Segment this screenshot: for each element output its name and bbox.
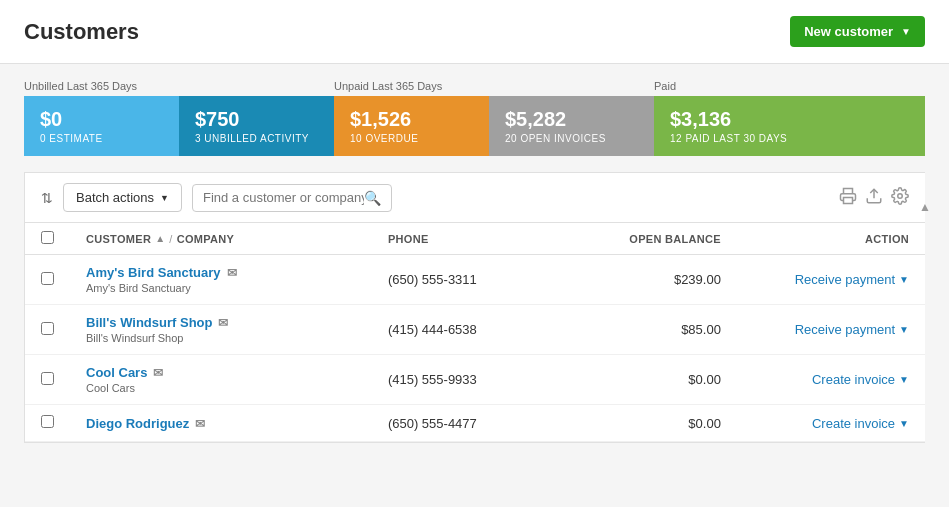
phone-cell: (415) 555-9933 <box>372 355 582 405</box>
balance-cell: $239.00 <box>582 255 737 305</box>
stat-amount-overdue: $1,526 <box>350 108 473 131</box>
search-icon: 🔍 <box>364 190 381 206</box>
row-checkbox-cell[interactable] <box>25 305 70 355</box>
action-chevron-icon: ▼ <box>899 374 909 385</box>
customer-name-cell: Diego Rodriguez✉ <box>70 405 372 442</box>
action-chevron-icon: ▼ <box>899 324 909 335</box>
stat-amount-open-invoices: $5,282 <box>505 108 638 131</box>
stat-amount-estimate: $0 <box>40 108 163 131</box>
row-checkbox[interactable] <box>41 322 54 335</box>
stat-bar-estimate[interactable]: $0 0 ESTIMATE <box>24 96 179 156</box>
stat-label-estimate: 0 ESTIMATE <box>40 133 163 144</box>
phone-cell: (415) 444-6538 <box>372 305 582 355</box>
new-customer-button[interactable]: New customer ▼ <box>790 16 925 47</box>
action-button[interactable]: Receive payment ▼ <box>795 322 909 337</box>
action-cell: Receive payment ▼ <box>737 255 925 305</box>
phone-cell: (650) 555-3311 <box>372 255 582 305</box>
customer-column-header[interactable]: CUSTOMER ▲ / COMPANY <box>70 223 372 255</box>
balance-column-header: OPEN BALANCE <box>582 223 737 255</box>
customer-name-link[interactable]: Bill's Windsurf Shop✉ <box>86 315 356 330</box>
search-box[interactable]: 🔍 <box>192 184 392 212</box>
table-row: Amy's Bird Sanctuary✉Amy's Bird Sanctuar… <box>25 255 925 305</box>
unpaid-label: Unpaid Last 365 Days <box>334 80 654 92</box>
customer-name-cell: Bill's Windsurf Shop✉Bill's Windsurf Sho… <box>70 305 372 355</box>
table-row: Bill's Windsurf Shop✉Bill's Windsurf Sho… <box>25 305 925 355</box>
stat-label-unbilled: 3 UNBILLED ACTIVITY <box>195 133 318 144</box>
email-icon[interactable]: ✉ <box>195 417 205 431</box>
phone-column-header: PHONE <box>372 223 582 255</box>
customer-company: Bill's Windsurf Shop <box>86 332 356 344</box>
sort-icon[interactable]: ⇅ <box>41 190 53 206</box>
action-cell: Receive payment ▼ <box>737 305 925 355</box>
email-icon[interactable]: ✉ <box>227 266 237 280</box>
action-button[interactable]: Receive payment ▼ <box>795 272 909 287</box>
email-icon[interactable]: ✉ <box>153 366 163 380</box>
customer-name-link[interactable]: Amy's Bird Sanctuary✉ <box>86 265 356 280</box>
row-checkbox-cell[interactable] <box>25 405 70 442</box>
stat-bar-paid[interactable]: $3,136 12 PAID LAST 30 DAYS <box>654 96 925 156</box>
customer-company: Cool Cars <box>86 382 356 394</box>
stat-bar-overdue[interactable]: $1,526 10 OVERDUE <box>334 96 489 156</box>
table-row: Cool Cars✉Cool Cars(415) 555-9933$0.00Cr… <box>25 355 925 405</box>
search-input[interactable] <box>203 190 364 205</box>
settings-icon[interactable] <box>891 187 909 209</box>
row-checkbox-cell[interactable] <box>25 255 70 305</box>
svg-rect-0 <box>844 197 853 203</box>
stat-amount-unbilled: $750 <box>195 108 318 131</box>
action-cell: Create invoice ▼ <box>737 405 925 442</box>
balance-cell: $0.00 <box>582 355 737 405</box>
email-icon[interactable]: ✉ <box>218 316 228 330</box>
customer-sort-icon: ▲ <box>155 233 165 244</box>
stat-bar-unbilled[interactable]: $750 3 UNBILLED ACTIVITY <box>179 96 334 156</box>
table-row: Diego Rodriguez✉(650) 555-4477$0.00Creat… <box>25 405 925 442</box>
action-button[interactable]: Create invoice ▼ <box>812 372 909 387</box>
print-icon[interactable] <box>839 187 857 209</box>
action-column-header: ACTION <box>737 223 925 255</box>
customers-table: CUSTOMER ▲ / COMPANY PHONE OPEN BALANCE … <box>25 223 925 442</box>
page-title: Customers <box>24 19 139 45</box>
new-customer-label: New customer <box>804 24 893 39</box>
stat-label-paid: 12 PAID LAST 30 DAYS <box>670 133 909 144</box>
customer-company: Amy's Bird Sanctuary <box>86 282 356 294</box>
select-all-header[interactable] <box>25 223 70 255</box>
action-chevron-icon: ▼ <box>899 418 909 429</box>
balance-cell: $0.00 <box>582 405 737 442</box>
company-slash: / <box>169 233 172 245</box>
batch-actions-button[interactable]: Batch actions ▼ <box>63 183 182 212</box>
action-button[interactable]: Create invoice ▼ <box>812 416 909 431</box>
stat-label-overdue: 10 OVERDUE <box>350 133 473 144</box>
export-icon[interactable] <box>865 187 883 209</box>
batch-actions-label: Batch actions <box>76 190 154 205</box>
batch-chevron-icon: ▼ <box>160 193 169 203</box>
svg-point-2 <box>898 193 903 198</box>
customer-name-link[interactable]: Diego Rodriguez✉ <box>86 416 356 431</box>
action-cell: Create invoice ▼ <box>737 355 925 405</box>
customer-name-cell: Cool Cars✉Cool Cars <box>70 355 372 405</box>
row-checkbox-cell[interactable] <box>25 355 70 405</box>
stat-amount-paid: $3,136 <box>670 108 909 131</box>
paid-label: Paid <box>654 80 925 92</box>
phone-cell: (650) 555-4477 <box>372 405 582 442</box>
stat-bar-open-invoices[interactable]: $5,282 20 OPEN INVOICES <box>489 96 654 156</box>
new-customer-chevron-icon: ▼ <box>901 26 911 37</box>
row-checkbox[interactable] <box>41 272 54 285</box>
action-chevron-icon: ▼ <box>899 274 909 285</box>
customer-name-cell: Amy's Bird Sanctuary✉Amy's Bird Sanctuar… <box>70 255 372 305</box>
row-checkbox[interactable] <box>41 372 54 385</box>
select-all-checkbox[interactable] <box>41 231 54 244</box>
row-checkbox[interactable] <box>41 415 54 428</box>
stat-label-open-invoices: 20 OPEN INVOICES <box>505 133 638 144</box>
balance-cell: $85.00 <box>582 305 737 355</box>
customer-name-link[interactable]: Cool Cars✉ <box>86 365 356 380</box>
scroll-up-icon[interactable]: ▲ <box>919 200 931 214</box>
unbilled-label: Unbilled Last 365 Days <box>24 80 334 92</box>
